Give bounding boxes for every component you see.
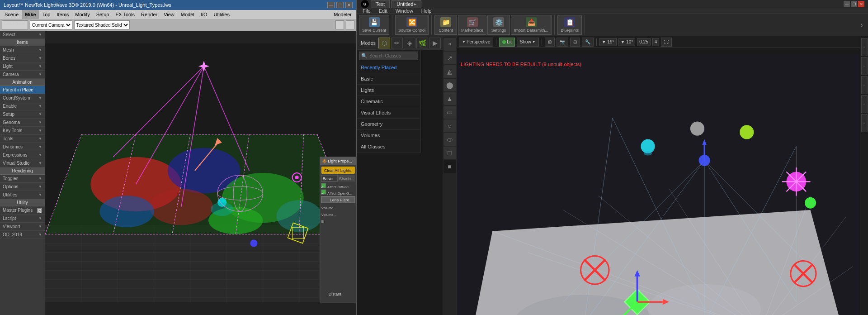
lw-sidebar-master-plugins[interactable]: Master PluginsQ bbox=[0, 206, 45, 215]
ue-vp-camera-btn[interactable]: 📷 bbox=[557, 38, 568, 47]
ue-vp-options-btn[interactable]: ⊞ bbox=[545, 38, 555, 47]
ue-marketplace-btn[interactable]: 🛒 Marketplace bbox=[458, 15, 486, 35]
lw-sidebar-od2018[interactable]: OD_2018▼ bbox=[0, 231, 45, 239]
ue-source-control-btn[interactable]: 🔀 Source Control bbox=[395, 15, 429, 35]
lw-menu-setup[interactable]: Setup bbox=[94, 10, 112, 19]
ue-strip-sphere2[interactable]: ○ bbox=[443, 119, 456, 132]
lw-menu-io[interactable]: I/O bbox=[198, 10, 210, 19]
lw-menu-modeler[interactable]: Modeler bbox=[331, 10, 354, 19]
lw-menu-items[interactable]: Items bbox=[54, 10, 71, 19]
lw-grid-btn[interactable]: ▦ bbox=[346, 20, 354, 29]
ue-strip-arrow[interactable]: ↗ bbox=[443, 52, 456, 64]
lw-minimize-btn[interactable]: — bbox=[327, 2, 335, 8]
lw-menu-scene[interactable]: Scene bbox=[2, 10, 21, 19]
ue-menu-window[interactable]: Window bbox=[392, 8, 417, 14]
ue-tab[interactable]: Untitled+ bbox=[392, 0, 421, 8]
ue-vp-show-btn[interactable]: Show ▼ bbox=[517, 38, 539, 47]
lw-sidebar-camera[interactable]: Camera▼ bbox=[0, 71, 45, 79]
ue-mode-landscape[interactable]: ◈ bbox=[404, 38, 415, 48]
ue-menu-file[interactable]: File bbox=[359, 8, 374, 14]
ue-restore-btn[interactable]: ❐ bbox=[851, 1, 857, 7]
ue-mode-geometry[interactable]: ▶ bbox=[429, 38, 441, 48]
lw-sidebar-light[interactable]: Light▼ bbox=[0, 62, 45, 71]
ue-place-cinematic[interactable]: Cinematic bbox=[357, 96, 420, 107]
ue-place-volumes[interactable]: Volumes bbox=[357, 130, 420, 141]
ue-edge-btn-2[interactable]: › bbox=[861, 57, 868, 75]
ue-vp-maximize-btn[interactable]: ⛶ bbox=[661, 38, 672, 47]
ue-content-btn[interactable]: 📁 Content bbox=[434, 15, 457, 35]
ue-strip-capsule[interactable]: ⬭ bbox=[443, 133, 456, 146]
ue-strip-tri[interactable]: ◭ bbox=[443, 65, 456, 78]
lw-sidebar-key-tools[interactable]: Key Tools▼ bbox=[0, 127, 45, 135]
lw-settings-btn[interactable]: ⚙ bbox=[335, 20, 344, 29]
ue-place-all-classes[interactable]: All Classes bbox=[357, 141, 420, 153]
lw-sidebar-lscript[interactable]: Lscript▼ bbox=[0, 215, 45, 223]
ue-strip-cube[interactable]: □ bbox=[443, 147, 456, 159]
lw-sidebar-select[interactable]: Select▼ bbox=[0, 31, 45, 39]
ue-strip-cylinder[interactable]: ⬤ bbox=[443, 79, 456, 91]
ue-save-current-btn[interactable]: 💾 Save Current bbox=[359, 15, 389, 35]
ue-strip-plane[interactable]: ▭ bbox=[443, 106, 456, 119]
ue-edge-btn-5[interactable]: › bbox=[861, 114, 868, 132]
lw-sidebar-parent-in-place[interactable]: Parent in Place bbox=[0, 86, 45, 94]
lw-sidebar-expressions[interactable]: Expressions▼ bbox=[0, 151, 45, 159]
ue-menu-help[interactable]: Help bbox=[418, 8, 435, 14]
ue-menu-edit[interactable]: Edit bbox=[375, 8, 391, 14]
ue-place-recently[interactable]: Recently Placed bbox=[357, 62, 420, 73]
ue-settings-btn[interactable]: ⚙️ Settings bbox=[487, 15, 510, 35]
ue-place-visual-effects[interactable]: Visual Effects bbox=[357, 107, 420, 119]
ue-place-geometry[interactable]: Geometry bbox=[357, 119, 420, 130]
lw-sidebar-viewport[interactable]: Viewport▼ bbox=[0, 223, 45, 231]
lw-sidebar-utilities[interactable]: Utilities▼ bbox=[0, 191, 45, 199]
lw-maximize-btn[interactable]: □ bbox=[336, 2, 344, 8]
lw-sidebar-bones[interactable]: Bones▼ bbox=[0, 54, 45, 62]
lw-camera-select[interactable]: Current Camera bbox=[30, 20, 72, 29]
ue-vp-perspective-btn[interactable]: ▼ Perspective bbox=[459, 38, 493, 47]
lw-menu-fxtools[interactable]: FX Tools bbox=[113, 10, 137, 19]
lw-menu-mike[interactable]: Mike bbox=[22, 10, 38, 19]
ue-vp-snap-btn[interactable]: 🔧 bbox=[582, 38, 594, 47]
lw-menu-render[interactable]: Render bbox=[138, 10, 160, 19]
ue-place-basic[interactable]: Basic bbox=[357, 73, 420, 85]
ue-search-input[interactable] bbox=[369, 53, 427, 58]
lw-close-btn[interactable]: ✕ bbox=[345, 2, 353, 8]
ue-mode-foliage[interactable]: 🌿 bbox=[416, 38, 428, 48]
ue-place-lights[interactable]: Lights bbox=[357, 85, 420, 96]
ue-mode-select[interactable]: ⬡ bbox=[378, 38, 390, 48]
ue-mode-paint[interactable]: ✏ bbox=[391, 38, 403, 48]
lw-sidebar-coordsystem[interactable]: CoordSystem▼ bbox=[0, 94, 45, 102]
ue-close-btn[interactable]: ✕ bbox=[858, 1, 864, 7]
lw-viewport[interactable]: 🔆 Light Prope... Clear All Lights Basic … bbox=[45, 31, 356, 315]
ue-vp-lit-btn[interactable]: Lit bbox=[499, 38, 515, 47]
lw-sidebar-options[interactable]: Options▼ bbox=[0, 183, 45, 191]
ue-viewport[interactable]: ▼ Perspective Lit Show ▼ ⊞ 📷 ⊟ 🔧 bbox=[457, 36, 860, 315]
lw-sidebar-setup[interactable]: Setup▼ bbox=[0, 110, 45, 119]
ue-vp-speed[interactable]: 0.25 bbox=[637, 38, 650, 46]
ue-strip-cone[interactable]: ▲ bbox=[443, 92, 456, 105]
ue-edge-btn-3[interactable]: › bbox=[861, 76, 868, 94]
lw-menu-top[interactable]: Top bbox=[40, 10, 53, 19]
ue-edge-btn-4[interactable]: › bbox=[861, 95, 868, 113]
lw-sidebar-tools[interactable]: Tools▼ bbox=[0, 135, 45, 143]
lw-sidebar-toggles[interactable]: Toggles▼ bbox=[0, 175, 45, 183]
lw-menu-utilities[interactable]: Utilities bbox=[211, 10, 232, 19]
ue-strip-sphere[interactable]: ⚬ bbox=[443, 38, 456, 51]
lw-sidebar-virtual-studio[interactable]: Virtual Studio▼ bbox=[0, 159, 45, 167]
ue-vp-angle1[interactable]: ▼ 19° bbox=[599, 38, 617, 46]
ue-vp-angle2[interactable]: ▼ 10° bbox=[618, 38, 636, 46]
ue-vp-grid-btn[interactable]: ⊟ bbox=[570, 38, 580, 47]
ue-vp-scale[interactable]: 4 bbox=[652, 38, 660, 46]
ue-3d-viewport[interactable]: LIGHTING NEEDS TO BE REBUILT (9 unbuilt … bbox=[457, 48, 860, 315]
lw-load-save-btn[interactable]: Load/Save bbox=[2, 20, 28, 29]
ue-import-btn[interactable]: 📥 Import Datasmith... bbox=[511, 15, 552, 35]
ue-strip-dark[interactable]: ■ bbox=[443, 160, 456, 173]
lw-sidebar-mesh[interactable]: Mesh▼ bbox=[0, 46, 45, 54]
ue-minimize-btn[interactable]: — bbox=[844, 1, 850, 7]
ue-edge-btn-1[interactable]: › bbox=[861, 38, 868, 56]
lw-sidebar-dynamics[interactable]: Dynamics▼ bbox=[0, 143, 45, 151]
ue-blueprints-btn[interactable]: 📋 Blueprints bbox=[557, 15, 582, 35]
lw-menu-model[interactable]: Model bbox=[178, 10, 197, 19]
lw-view-mode-select[interactable]: Textured Shaded Solid bbox=[74, 20, 130, 29]
ue-toolbar-expand-btn[interactable]: › bbox=[857, 15, 866, 35]
lw-sidebar-genoma[interactable]: Genoma▼ bbox=[0, 119, 45, 127]
